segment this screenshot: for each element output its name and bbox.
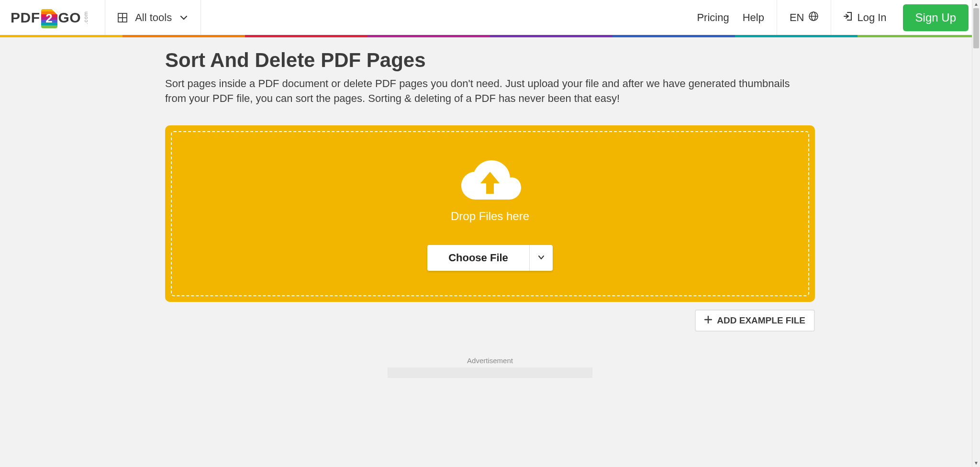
- add-example-file-button[interactable]: ADD EXAMPLE FILE: [695, 310, 815, 332]
- plus-icon: [704, 315, 712, 326]
- login-icon: [844, 11, 853, 24]
- brand-pdf: PDF: [11, 10, 40, 26]
- page-title: Sort And Delete PDF Pages: [165, 49, 815, 72]
- all-tools-dropdown[interactable]: All tools: [105, 0, 201, 35]
- advertisement-label: Advertisement: [165, 356, 815, 365]
- help-link[interactable]: Help: [743, 11, 764, 24]
- all-tools-label: All tools: [135, 11, 172, 24]
- login-link[interactable]: Log In: [831, 0, 899, 35]
- scroll-up-arrow[interactable]: ▲: [972, 0, 980, 8]
- signup-wrap: Sign Up: [899, 0, 980, 35]
- choose-file-dropdown[interactable]: [529, 245, 553, 271]
- language-selector[interactable]: EN: [777, 0, 832, 35]
- drop-files-label: Drop Files here: [451, 210, 529, 223]
- brand-2-icon: 2: [41, 9, 57, 28]
- language-label: EN: [790, 11, 804, 24]
- chevron-down-icon: [537, 254, 545, 263]
- pricing-link[interactable]: Pricing: [697, 11, 729, 24]
- file-dropzone[interactable]: Drop Files here Choose File: [165, 125, 815, 302]
- top-nav: PDF 2 GO .com All tools Pricing Help EN: [0, 0, 980, 35]
- main-container: Sort And Delete PDF Pages Sort pages ins…: [165, 37, 815, 378]
- rainbow-divider: [0, 35, 980, 37]
- login-label: Log In: [857, 11, 886, 24]
- example-row: ADD EXAMPLE FILE: [165, 310, 815, 332]
- signup-button[interactable]: Sign Up: [903, 4, 969, 31]
- page-subtitle: Sort pages inside a PDF document or dele…: [165, 77, 802, 106]
- grid-icon: [118, 13, 127, 22]
- nav-links: Pricing Help: [684, 0, 777, 35]
- browser-scrollbar[interactable]: ▲ ▼: [972, 0, 980, 378]
- scroll-thumb[interactable]: [973, 8, 979, 48]
- advertisement-slot: [388, 367, 592, 378]
- globe-icon: [809, 11, 818, 24]
- add-example-label: ADD EXAMPLE FILE: [717, 315, 805, 326]
- choose-file-button[interactable]: Choose File: [427, 245, 529, 271]
- choose-file-group: Choose File: [427, 245, 553, 271]
- brand-com: .com: [83, 11, 89, 24]
- brand-logo[interactable]: PDF 2 GO .com: [0, 0, 105, 35]
- cloud-upload-icon: [457, 156, 523, 204]
- nav-spacer: [201, 0, 684, 35]
- brand-go: GO: [58, 10, 81, 26]
- dropzone-inner: Drop Files here Choose File: [171, 131, 809, 296]
- chevron-down-icon: [179, 13, 188, 22]
